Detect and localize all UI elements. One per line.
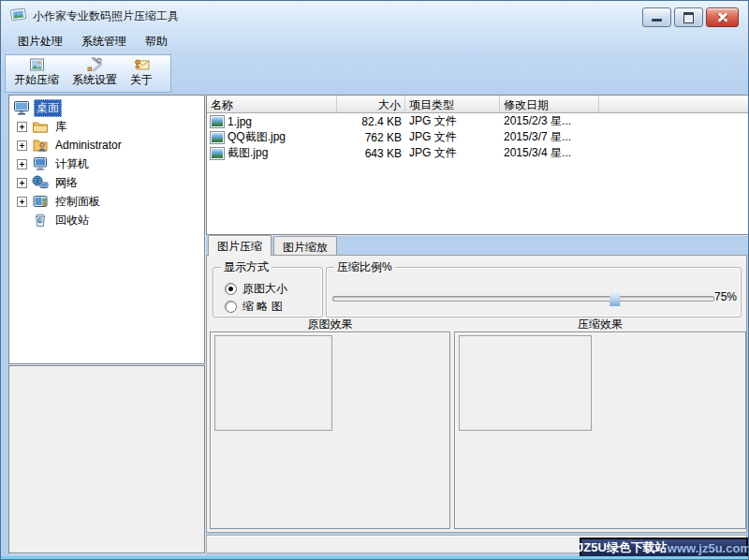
tools-icon	[87, 57, 103, 72]
tab-strip: 图片压缩图片缩放	[206, 235, 747, 256]
file-row[interactable]: 1.jpg 82.4 KB JPG 文件 2015/2/3 星...	[207, 113, 748, 129]
original-preview-panel: 原图效果	[210, 317, 450, 531]
column-header[interactable]: 大小	[337, 96, 405, 112]
ratio-label: 压缩比例%	[334, 260, 395, 273]
tree-item[interactable]: 回收站	[9, 211, 204, 229]
file-size: 643 KB	[337, 147, 405, 160]
watermark-site: JZ5U绿色下载站	[577, 539, 668, 556]
tree-item[interactable]: 控制面板	[9, 192, 204, 211]
network-icon	[32, 175, 49, 190]
image-icon	[29, 57, 45, 72]
ratio-slider-thumb[interactable]	[609, 288, 620, 306]
computer-icon	[32, 156, 49, 171]
file-name: 截图.jpg	[228, 145, 268, 161]
folder-tree-panel: 桌面 库 Administrator 计算机 网络 控制面板 回收站	[8, 95, 205, 364]
original-picture-box	[214, 335, 332, 431]
file-type: JPG 文件	[405, 129, 500, 145]
app-icon	[10, 7, 27, 22]
ratio-slider-track[interactable]	[332, 296, 714, 302]
tree-item[interactable]: 桌面	[9, 98, 204, 117]
column-header[interactable]: 修改日期	[500, 96, 599, 112]
image-file-icon	[210, 115, 225, 128]
radio-icon	[225, 301, 237, 313]
compressed-picture-box	[459, 335, 592, 431]
watermark-banner[interactable]: JZ5U绿色下载站www.jz5u.com	[580, 538, 748, 558]
column-header[interactable]: 名称	[207, 96, 337, 112]
tab-page-compression: 显示方式 原图大小 缩 略 图 压缩比例% 75% 原图效果 压缩效果	[206, 255, 747, 533]
file-date: 2015/2/3 星...	[500, 113, 599, 129]
file-list-header: 名称大小项目类型修改日期	[207, 96, 748, 113]
file-size: 82.4 KB	[337, 115, 405, 128]
recycle-bin-icon	[32, 213, 49, 228]
maximize-icon	[683, 12, 694, 23]
menu-item[interactable]: 系统管理	[72, 30, 136, 53]
compressed-preview-panel: 压缩效果	[454, 317, 746, 531]
maximize-button[interactable]	[674, 7, 703, 27]
toolbar: 开始压缩 系统设置 关于	[5, 54, 171, 93]
file-name: QQ截图.jpg	[228, 129, 286, 145]
minimize-button[interactable]	[642, 7, 671, 27]
expander-icon[interactable]	[17, 197, 27, 207]
toolbar-button[interactable]: 系统设置	[66, 55, 124, 93]
file-size: 762 KB	[337, 131, 405, 144]
folder-tree: 桌面 库 Administrator 计算机 网络 控制面板 回收站	[9, 96, 204, 229]
toolbar-button[interactable]: 开始压缩	[7, 55, 66, 93]
window-title: 小作家专业数码照片压缩工具	[33, 8, 179, 24]
ratio-group: 压缩比例% 75%	[326, 267, 742, 317]
compressed-preview-title: 压缩效果	[454, 317, 746, 332]
file-list-rows: 1.jpg 82.4 KB JPG 文件 2015/2/3 星... QQ截图.…	[207, 113, 748, 161]
menu-item[interactable]: 图片处理	[8, 30, 72, 53]
about-icon	[134, 57, 150, 72]
expander-icon[interactable]	[17, 159, 27, 169]
file-row[interactable]: QQ截图.jpg 762 KB JPG 文件 2015/3/7 星...	[207, 129, 748, 145]
tree-item[interactable]: 计算机	[9, 155, 204, 173]
window-controls	[642, 7, 739, 27]
app-window: { "window": { "title": "小作家专业数码照片压缩工具", …	[0, 0, 749, 560]
minimize-icon	[652, 19, 662, 22]
control-panel-icon	[32, 194, 49, 209]
menu-bar: 图片处理系统管理帮助	[3, 29, 748, 53]
left-lower-panel	[8, 365, 205, 553]
radio-icon	[225, 283, 237, 295]
title-bar[interactable]: 小作家专业数码照片压缩工具	[1, 1, 748, 29]
library-icon	[32, 119, 49, 134]
file-date: 2015/3/7 星...	[500, 129, 599, 145]
expander-icon[interactable]	[17, 140, 27, 151]
desktop-icon	[13, 100, 30, 115]
expander-icon[interactable]	[17, 122, 27, 132]
file-date: 2015/3/4 星...	[500, 145, 599, 161]
display-mode-group: 显示方式 原图大小 缩 略 图	[213, 267, 323, 317]
image-file-icon	[210, 147, 225, 160]
ratio-value: 75%	[714, 290, 737, 303]
original-preview-title: 原图效果	[210, 317, 450, 332]
image-file-icon	[210, 131, 225, 144]
user-folder-icon	[32, 138, 49, 153]
display-mode-label: 显示方式	[221, 260, 272, 273]
tree-item[interactable]: 网络	[9, 173, 204, 192]
file-name: 1.jpg	[228, 115, 252, 128]
file-type: JPG 文件	[405, 113, 500, 129]
radio-option[interactable]: 缩 略 图	[225, 299, 283, 315]
tab[interactable]: 图片压缩	[208, 235, 272, 256]
tree-item[interactable]: Administrator	[9, 136, 204, 155]
tree-item[interactable]: 库	[9, 117, 204, 136]
watermark-url: www.jz5u.com	[668, 541, 749, 555]
radio-option[interactable]: 原图大小	[225, 281, 287, 297]
expander-icon[interactable]	[17, 178, 27, 188]
toolbar-button[interactable]: 关于	[124, 55, 159, 93]
column-header[interactable]: 项目类型	[405, 96, 500, 112]
ratio-ruler	[327, 275, 741, 288]
close-button[interactable]	[706, 7, 739, 27]
file-type: JPG 文件	[405, 145, 500, 161]
tab[interactable]: 图片缩放	[273, 236, 337, 256]
column-header-filler	[599, 96, 748, 112]
file-list: 名称大小项目类型修改日期 1.jpg 82.4 KB JPG 文件 2015/2…	[206, 95, 749, 235]
menu-item[interactable]: 帮助	[136, 30, 177, 53]
file-row[interactable]: 截图.jpg 643 KB JPG 文件 2015/3/4 星...	[207, 145, 748, 161]
